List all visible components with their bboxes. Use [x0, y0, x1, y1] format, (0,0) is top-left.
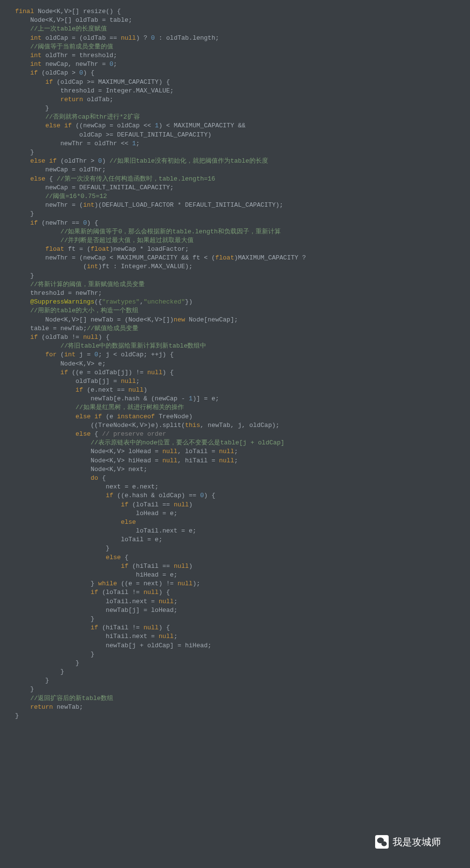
code-line: newTab[j] = loHead; [0, 607, 178, 614]
code-line: //表示原链表中的node位置，要么不变要么是table[j + oldCap] [0, 439, 285, 446]
code-line: } [0, 651, 94, 658]
code-line: } [0, 545, 109, 552]
code-line: newThr = (int)(DEFAULT_LOAD_FACTOR * DEF… [0, 201, 283, 209]
code-line: int oldThr = threshold; [0, 52, 117, 59]
code-line: (int)ft : Integer.MAX_VALUE); [0, 263, 193, 270]
code-line: newCap = oldThr; [0, 166, 106, 173]
code-line: if ((e = oldTab[j]) != null) { [0, 369, 174, 376]
code-line: if (hiTail != null) { [0, 624, 170, 631]
code-line: //用新的table的大小，构造一个数组 [0, 307, 138, 314]
code-line: newTab[j + oldCap] = hiHead; [0, 642, 212, 649]
code-line: oldCap >= DEFAULT_INITIAL_CAPACITY) [0, 131, 212, 138]
code-line: if (e.next == null) [0, 386, 147, 394]
code-line: threshold = newThr; [0, 289, 102, 297]
code-line: Node<K,V> hiHead = null, hiTail = null; [0, 457, 238, 464]
code-line: newThr = (newCap < MAXIMUM_CAPACITY && f… [0, 254, 306, 261]
code-line: } [0, 685, 34, 693]
code-line: Node<K,V>[] newTab = (Node<K,V>[])new No… [0, 316, 238, 323]
code-line: hiHead = e; [0, 571, 178, 579]
code-line: } while ((e = next) != null); [0, 580, 200, 587]
code-line: loTail.next = null; [0, 598, 178, 605]
code-line: //返回扩容后的新table数组 [0, 695, 113, 702]
code-line: table = newTab;//赋值给成员变量 [0, 325, 138, 332]
code-line: if (loTail != null) { [0, 589, 170, 596]
code-line: return newTab; [0, 703, 83, 711]
code-line: else { //第一次没有传入任何构造函数时，table.length=16 [0, 175, 215, 183]
code-line: else if (oldThr > 0) //如果旧table没有初始化，就把阈… [0, 157, 268, 165]
code-line: if (newThr == 0) { [0, 219, 98, 227]
code-line: oldTab[j] = null; [0, 378, 140, 385]
code-line: if (oldCap > 0) { [0, 69, 94, 76]
code-line: loHead = e; [0, 510, 178, 517]
code-line: //阈值等于当前成员变量的值 [0, 43, 113, 50]
code-line: //将新计算的阈值，重新赋值给成员变量 [0, 281, 145, 288]
code-line: } [0, 677, 49, 684]
code-line: //阈值=16*0.75=12 [0, 193, 107, 200]
code-line: if (oldCap >= MAXIMUM_CAPACITY) { [0, 78, 170, 86]
code-line: newCap = DEFAULT_INITIAL_CAPACITY; [0, 184, 174, 191]
code-line: if ((e.hash & oldCap) == 0) { [0, 492, 215, 499]
code-line: final Node<K,V>[] resize() { [0, 8, 121, 15]
code-line: Node<K,V> next; [0, 466, 147, 473]
code-line: loTail = e; [0, 536, 162, 543]
code-line: } [0, 668, 64, 675]
code-line: Node<K,V>[] oldTab = table; [0, 16, 132, 24]
code-line: int oldCap = (oldTab == null) ? 0 : oldT… [0, 34, 219, 42]
code-line: int newCap, newThr = 0; [0, 61, 117, 68]
code-line: float ft = (float)newCap * loadFactor; [0, 245, 189, 253]
code-line: if (loTail == null) [0, 501, 193, 508]
code-line: @SuppressWarnings({"rawtypes","unchecked… [0, 298, 193, 305]
code-line: do { [0, 474, 106, 482]
code-line: //上一次table的长度赋值 [0, 25, 107, 32]
code-line: else if (e instanceof TreeNode) [0, 413, 193, 420]
code-line: //如果是红黑树，就进行树相关的操作 [0, 404, 184, 411]
code-line: //将旧table中的数据给重新计算到新table数组中 [0, 342, 206, 350]
code-line: //并判断是否超过最大值，如果超过就取最大值 [0, 237, 194, 244]
code-line: next = e.next; [0, 483, 159, 490]
code-line: } [0, 105, 49, 112]
code-line: newTab[e.hash & (newCap - 1)] = e; [0, 395, 219, 402]
code-line: } [0, 272, 34, 279]
code-line: for (int j = 0; j < oldCap; ++j) { [0, 351, 174, 358]
code-line: ((TreeNode<K,V>)e).split(this, newTab, j… [0, 422, 279, 429]
code-line: } [0, 615, 94, 623]
code-line: } [0, 149, 34, 156]
code-line: else [0, 518, 136, 526]
code-line: if (oldTab != null) { [0, 334, 109, 341]
code-line: else { // preserve order [0, 430, 166, 438]
code-line: return oldTab; [0, 96, 113, 103]
code-line: } [0, 659, 79, 667]
code-line: loTail.next = e; [0, 527, 197, 534]
code-line: //否则就将cap和thr进行*2扩容 [0, 113, 140, 121]
code-line: newThr = oldThr << 1; [0, 140, 140, 147]
code-line: threshold = Integer.MAX_VALUE; [0, 87, 174, 94]
code-line: if (hiTail == null) [0, 563, 193, 570]
code-line: Node<K,V> loHead = null, loTail = null; [0, 448, 238, 455]
code-line: Node<K,V> e; [0, 360, 106, 367]
code-line: } [0, 712, 19, 719]
code-line: hiTail.next = null; [0, 633, 178, 640]
code-block: final Node<K,V>[] resize() { Node<K,V>[]… [0, 7, 470, 720]
code-line: else if ((newCap = oldCap << 1) < MAXIMU… [0, 122, 245, 129]
code-line: else { [0, 554, 128, 561]
code-line: } [0, 210, 34, 217]
code-line: //如果新的阈值等于0，那么会根据新的table.length和负载因子，重新计… [0, 228, 281, 235]
